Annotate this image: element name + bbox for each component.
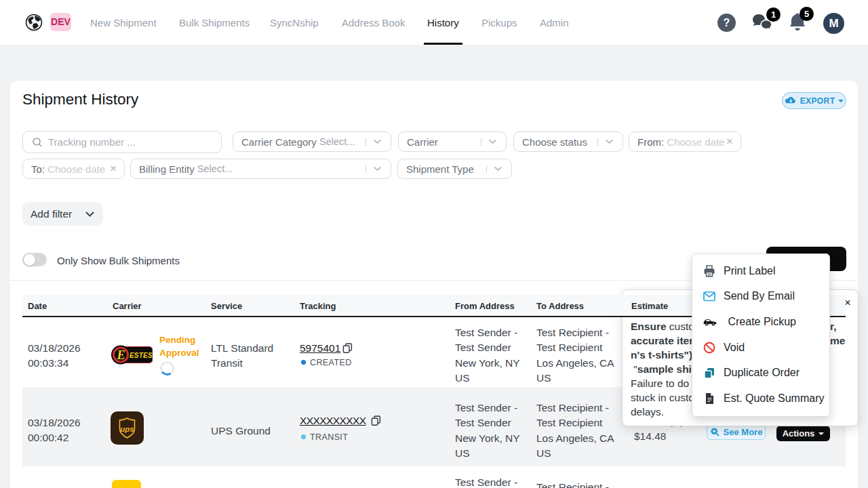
svg-text:E: E xyxy=(116,348,125,362)
svg-text:ESTES: ESTES xyxy=(130,352,153,359)
svg-text:ups: ups xyxy=(120,425,134,433)
